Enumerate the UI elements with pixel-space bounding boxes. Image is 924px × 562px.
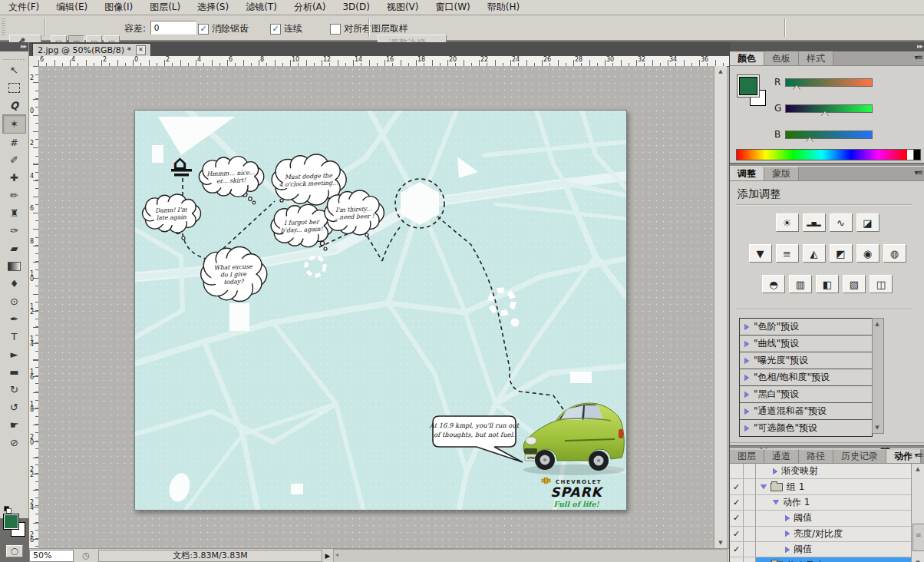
actions-tab-图层[interactable]: 图层 — [730, 449, 764, 463]
scroll-up-icon[interactable]: ▲ — [715, 66, 726, 77]
rectangular-marquee-tool[interactable] — [3, 79, 25, 97]
threshold-icon[interactable]: ◧ — [816, 275, 839, 293]
expander-icon[interactable] — [744, 375, 749, 381]
checkbox-box[interactable]: ✓ — [198, 24, 209, 35]
path-selection-tool[interactable]: ► — [3, 345, 25, 363]
menu-选择S[interactable]: 选择(S) — [189, 0, 237, 15]
b-slider[interactable] — [785, 131, 873, 139]
document-tab[interactable]: 2.jpg @ 50%(RGB/8) * ✕ — [32, 43, 151, 57]
expander-icon[interactable] — [744, 425, 749, 431]
expander-icon[interactable] — [773, 468, 777, 474]
action-row[interactable]: ✓阈值 — [730, 542, 911, 557]
gradient-tool[interactable] — [3, 257, 25, 275]
actions-tab-路径[interactable]: 路径 — [799, 449, 833, 463]
expander-icon[interactable] — [744, 408, 749, 415]
dodge-tool[interactable]: ⊙ — [3, 293, 25, 310]
actions-tab-历史记录[interactable]: 历史记录 — [833, 449, 886, 463]
menu-3DD[interactable]: 3D(D) — [334, 0, 378, 15]
status-flyout-icon[interactable]: ▶ — [322, 552, 333, 560]
toggle-item-checkbox[interactable]: ✓ — [730, 479, 744, 494]
document-canvas[interactable]: ⌂ Damn! I'mlate againHmmm... nice...er..… — [134, 110, 627, 511]
menu-滤镜T[interactable]: 滤镜(T) — [237, 0, 285, 15]
magic-wand-tool[interactable]: ✶ — [2, 114, 26, 134]
expander-icon[interactable] — [773, 500, 779, 504]
checkbox-box[interactable] — [330, 24, 341, 35]
posterize-icon[interactable]: ▥ — [789, 275, 812, 293]
actions-tab-通道[interactable]: 通道 — [764, 449, 799, 463]
history-brush-tool[interactable]: ✑ — [3, 222, 25, 240]
dialog-toggle-checkbox[interactable] — [744, 542, 756, 557]
menu-视图V[interactable]: 视图(V) — [378, 0, 427, 15]
color-tab-颜色[interactable]: 颜色 — [730, 51, 764, 65]
toggle-item-checkbox[interactable] — [730, 557, 744, 562]
menu-图像I[interactable]: 图像(I) — [96, 0, 141, 15]
action-row[interactable]: ✓组 1 — [730, 479, 911, 494]
action-row[interactable]: 修改尺寸 — [730, 557, 911, 562]
contiguous-checkbox[interactable]: ✓连续 — [270, 22, 302, 35]
menu-编辑E[interactable]: 编辑(E) — [48, 0, 96, 15]
zoom-tool[interactable]: ⊘ — [3, 434, 25, 451]
expander-icon[interactable] — [761, 484, 767, 489]
blur-tool[interactable]: ♦ — [3, 275, 25, 293]
expander-icon[interactable] — [785, 547, 790, 553]
preset-row[interactable]: "曲线"预设 — [740, 336, 872, 352]
menu-图层L[interactable]: 图层(L) — [141, 0, 189, 15]
toggle-item-checkbox[interactable] — [730, 464, 744, 478]
hand-tool[interactable]: ☛ — [3, 416, 25, 434]
slider-thumb[interactable] — [806, 137, 813, 143]
pencil-tool[interactable]: ✏ — [3, 187, 25, 204]
collapse-dock-icon[interactable]: ▸▸ — [730, 42, 924, 51]
r-slider[interactable] — [785, 78, 873, 87]
expander-icon[interactable] — [744, 392, 749, 398]
pen-tool[interactable]: ✒ — [3, 310, 25, 328]
toolbar-grip[interactable] — [3, 53, 25, 60]
default-colors-icon[interactable] — [4, 506, 12, 513]
lasso-tool[interactable]: Q — [3, 97, 25, 114]
scroll-down-icon[interactable]: ▼ — [715, 537, 726, 548]
horizontal-scrollbar[interactable]: ◂ — [333, 549, 728, 562]
spectrum-black-swatch[interactable] — [914, 149, 921, 160]
scrollbar-thumb[interactable] — [912, 524, 924, 551]
foreground-color-swatch[interactable] — [739, 77, 757, 95]
adjustments-tab-调整[interactable]: 调整 — [730, 167, 764, 180]
invert-icon[interactable]: ◓ — [762, 275, 785, 293]
scroll-up-icon[interactable]: ▲ — [873, 319, 882, 329]
toggle-item-checkbox[interactable]: ✓ — [730, 542, 744, 557]
action-row[interactable]: ✓亮度/对比度 — [730, 527, 911, 542]
close-icon[interactable]: ✕ — [136, 45, 146, 55]
quick-mask-button[interactable]: ◯ — [6, 545, 23, 557]
scroll-up-icon[interactable]: ▲ — [912, 464, 923, 474]
selective-color-icon[interactable]: ◫ — [870, 275, 893, 293]
clone-stamp-tool[interactable]: ♜ — [3, 204, 25, 222]
preset-row[interactable]: "黑白"预设 — [740, 386, 872, 403]
spectrum-white-swatch[interactable] — [907, 149, 914, 160]
slider-thumb[interactable] — [793, 85, 800, 91]
adjustments-tab-蒙版[interactable]: 蒙版 — [764, 167, 799, 180]
toggle-item-checkbox[interactable]: ✓ — [730, 527, 744, 541]
color-tab-样式[interactable]: 样式 — [799, 51, 833, 65]
actions-scrollbar[interactable]: ▲ ▼ — [911, 464, 924, 562]
hue-saturation-icon[interactable]: ≡ — [776, 244, 799, 263]
exposure-icon[interactable]: ◪ — [856, 213, 879, 232]
expander-icon[interactable] — [744, 324, 749, 330]
menu-分析A[interactable]: 分析(A) — [285, 0, 335, 15]
presets-scrollbar[interactable]: ▲ ▼ — [872, 318, 884, 434]
color-balance-icon[interactable]: ◭ — [803, 244, 826, 263]
canvas-area[interactable]: ⌂ Damn! I'mlate againHmmm... nice...er..… — [38, 66, 714, 548]
expander-icon[interactable] — [785, 515, 790, 521]
preset-row[interactable]: "色阶"预设 — [740, 319, 872, 336]
preset-row[interactable]: "曝光度"预设 — [740, 352, 872, 369]
channel-mixer-icon[interactable]: ◍ — [883, 244, 906, 263]
gradient-map-icon[interactable]: ▧ — [843, 275, 866, 293]
action-row[interactable]: ✓阈值 — [730, 511, 911, 526]
color-tab-色板[interactable]: 色板 — [764, 51, 799, 65]
dialog-toggle-checkbox[interactable] — [744, 557, 756, 562]
type-tool[interactable]: T — [3, 328, 25, 345]
vibrance-icon[interactable]: ▼ — [749, 244, 772, 263]
preset-row[interactable]: "色相/饱和度"预设 — [740, 369, 872, 386]
vertical-scrollbar[interactable]: ▲ ▼ — [714, 66, 727, 548]
menu-文件F[interactable]: 文件(F) — [0, 0, 48, 15]
eraser-tool[interactable]: ▰ — [3, 240, 25, 257]
move-tool[interactable]: ↖ — [3, 61, 25, 79]
scroll-down-icon[interactable]: ▼ — [873, 422, 882, 433]
